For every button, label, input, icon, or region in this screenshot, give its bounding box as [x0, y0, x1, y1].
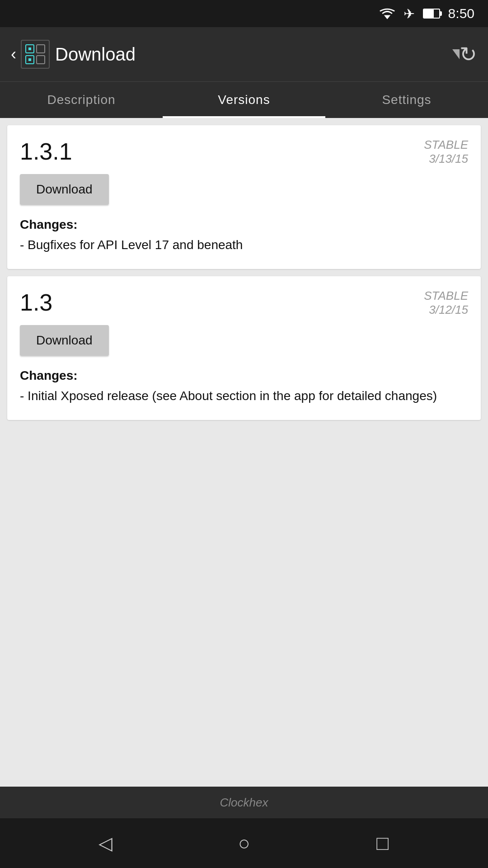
svg-marker-0	[384, 15, 390, 19]
version-date-1: 3/13/15	[424, 152, 468, 166]
refresh-icon[interactable]: ↻	[460, 42, 477, 66]
battery-icon	[423, 9, 440, 19]
wifi-icon	[379, 8, 395, 19]
changes-section-1: Changes: - Bugfixes for API Level 17 and…	[20, 217, 468, 255]
nav-back-button[interactable]: ◁	[89, 827, 121, 859]
nav-bar: ◁ ○ □	[0, 818, 488, 868]
status-bar: ✈ 8:50	[0, 0, 488, 27]
signal-triangle-icon	[452, 49, 460, 59]
version-number-1: 1.3.1	[20, 138, 72, 165]
status-time: 8:50	[448, 6, 474, 21]
version-card-1: 1.3.1 STABLE 3/13/15 Download Changes: -…	[7, 125, 481, 269]
svg-rect-4	[37, 56, 45, 64]
airplane-icon: ✈	[404, 6, 415, 22]
back-button[interactable]: ‹	[11, 40, 50, 69]
footer-text: Clockhex	[220, 796, 268, 810]
tab-settings[interactable]: Settings	[325, 82, 488, 118]
changes-text-1: - Bugfixes for API Level 17 and beneath	[20, 236, 468, 255]
nav-home-button[interactable]: ○	[228, 827, 260, 859]
version-meta-2: STABLE 3/12/15	[424, 289, 468, 317]
content-area: 1.3.1 STABLE 3/13/15 Download Changes: -…	[0, 118, 488, 787]
tab-versions[interactable]: Versions	[163, 82, 325, 118]
tab-description[interactable]: Description	[0, 82, 163, 118]
svg-rect-3	[37, 45, 45, 53]
version-card-2: 1.3 STABLE 3/12/15 Download Changes: - I…	[7, 276, 481, 420]
version-stability-1: STABLE	[424, 138, 468, 152]
page-title: Download	[55, 44, 450, 65]
changes-text-2: - Initial Xposed release (see About sect…	[20, 387, 468, 406]
version-date-2: 3/12/15	[424, 303, 468, 317]
version-stability-2: STABLE	[424, 289, 468, 303]
back-arrow-icon: ‹	[11, 45, 16, 64]
changes-title-2: Changes:	[20, 368, 468, 383]
changes-title-1: Changes:	[20, 217, 468, 232]
app-icon	[21, 40, 50, 69]
version-meta-1: STABLE 3/13/15	[424, 138, 468, 166]
nav-recent-button[interactable]: □	[367, 827, 399, 859]
changes-section-2: Changes: - Initial Xposed release (see A…	[20, 368, 468, 406]
tab-bar: Description Versions Settings	[0, 81, 488, 118]
footer: Clockhex	[0, 787, 488, 818]
version-header-2: 1.3 STABLE 3/12/15	[20, 289, 468, 317]
puzzle-icon	[24, 43, 47, 66]
version-number-2: 1.3	[20, 289, 52, 316]
version-header-1: 1.3.1 STABLE 3/13/15	[20, 138, 468, 166]
app-bar: ‹ Download ↻	[0, 27, 488, 81]
svg-rect-6	[28, 58, 31, 61]
download-button-2[interactable]: Download	[20, 325, 109, 356]
download-button-1[interactable]: Download	[20, 174, 109, 205]
svg-rect-5	[28, 47, 31, 50]
